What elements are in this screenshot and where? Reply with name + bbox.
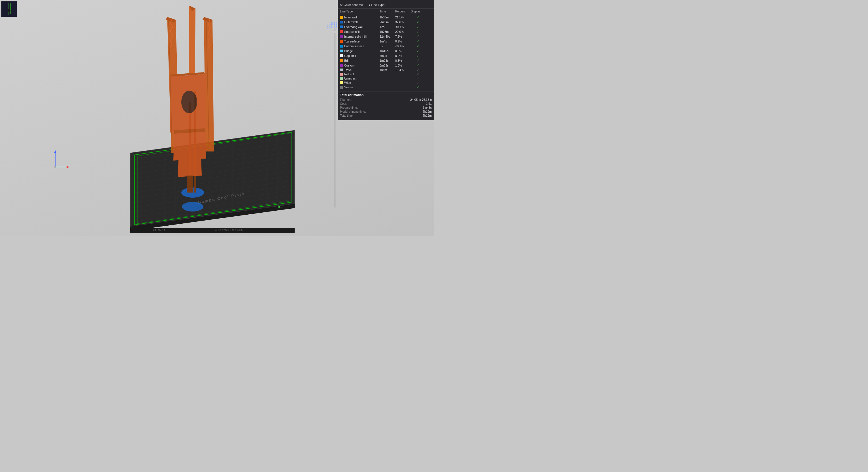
line-type-name: Unretract: [340, 77, 380, 80]
display-check-on[interactable]: ✓: [416, 59, 419, 63]
table-row[interactable]: Travel 1h8m 15.4% ✓: [339, 68, 433, 72]
line-pct: 21.1%: [395, 15, 411, 19]
svg-marker-65: [7, 3, 7, 13]
line-type-name: Top surface: [340, 40, 380, 43]
display-toggle[interactable]: ✓: [411, 59, 425, 63]
table-row[interactable]: Top surface 1m4s 0.2% ✓: [339, 39, 433, 43]
line-pct: 7.5%: [395, 35, 411, 38]
line-type-name: Retract: [340, 72, 380, 76]
display-check-on[interactable]: ✓: [416, 20, 419, 24]
table-row[interactable]: Bottom surface 5s <0.1% ✓: [339, 43, 433, 49]
table-row[interactable]: Overhang wall 12s <0.1% ✓: [339, 24, 433, 29]
line-time: 32m40s: [380, 35, 395, 38]
display-check-off[interactable]: ✓: [417, 77, 419, 80]
display-check-on[interactable]: ✓: [416, 49, 419, 53]
svg-marker-59: [54, 150, 56, 153]
color-scheme-toggle[interactable]: ⚙ Color scheme: [340, 3, 363, 7]
display-toggle[interactable]: ✓: [411, 30, 425, 34]
total-title: Total estimation: [340, 93, 432, 97]
color-swatch: [340, 45, 343, 48]
line-type-name: Outer wall: [340, 21, 380, 24]
display-toggle[interactable]: ✓: [411, 39, 425, 43]
table-row[interactable]: Seams ✓: [339, 85, 433, 90]
display-toggle[interactable]: ✓: [411, 35, 425, 38]
layer-slider[interactable]: [333, 28, 337, 208]
table-row[interactable]: Bridge 1m15s 0.3% ✓: [339, 49, 433, 53]
display-check-on[interactable]: ✓: [416, 63, 419, 67]
line-time: 1m4s: [380, 40, 395, 43]
display-check-on[interactable]: ✓: [416, 15, 419, 19]
display-check-on[interactable]: ✓: [416, 54, 419, 58]
line-type-label: Seams: [344, 86, 353, 89]
display-toggle[interactable]: ✓: [411, 20, 425, 24]
color-swatch: [340, 73, 343, 75]
table-row[interactable]: Inner wall 1h33m 21.1% ✓: [339, 15, 433, 20]
table-row[interactable]: Wipe ✓: [339, 81, 433, 85]
color-scheme-label: Color scheme: [344, 3, 363, 6]
line-type-label: Top surface: [344, 40, 360, 43]
display-toggle[interactable]: ✓: [411, 25, 425, 29]
color-swatch: [340, 64, 343, 67]
color-swatch: [340, 59, 343, 62]
display-toggle[interactable]: ✓: [411, 81, 425, 84]
scene-container: Bambu Cool Plate: [0, 0, 339, 236]
display-check-on[interactable]: ✓: [416, 35, 419, 38]
line-type-name: Travel: [340, 68, 380, 72]
table-row[interactable]: Sparse infill 1h28m 20.0% ✓: [339, 29, 433, 34]
line-type-name: Bottom surface: [340, 44, 380, 48]
display-toggle[interactable]: ✓: [411, 63, 425, 67]
display-toggle[interactable]: ✓: [411, 49, 425, 53]
display-toggle[interactable]: ✓: [411, 54, 425, 58]
table-header: Line Type Time Percent Display: [339, 9, 433, 14]
table-row[interactable]: Outer wall 2h23m 32.6% ✓: [339, 20, 433, 24]
display-toggle[interactable]: ✓: [411, 68, 425, 72]
display-toggle[interactable]: ✓: [411, 85, 425, 89]
display-toggle[interactable]: ✓: [411, 77, 425, 80]
display-check-off[interactable]: ✓: [417, 81, 419, 84]
display-toggle[interactable]: ✓: [411, 44, 425, 48]
color-swatch: [340, 50, 343, 52]
line-type-label: Bridge: [344, 49, 353, 53]
table-row[interactable]: Custom 6m53s 1.6% ✓: [339, 63, 433, 68]
display-check-on[interactable]: ✓: [416, 44, 419, 48]
display-check-on[interactable]: ✓: [416, 25, 419, 29]
line-type-name: Wipe: [340, 81, 380, 84]
line-type-name: Overhang wall: [340, 25, 380, 29]
cost-row: Cost: 1.91: [340, 102, 432, 105]
display-toggle[interactable]: ✓: [411, 15, 425, 19]
table-row[interactable]: Unretract ✓: [339, 76, 433, 81]
line-type-label: Wipe: [344, 81, 351, 84]
table-row[interactable]: Internal solid infill 32m40s 7.5% ✓: [339, 34, 433, 39]
thumbnail-preview[interactable]: [1, 1, 17, 17]
line-type-name: Seams: [340, 86, 380, 89]
display-toggle[interactable]: ✓: [411, 72, 425, 76]
right-panel: ⚙ Color scheme ▾ Line Type Line Type Tim…: [338, 0, 434, 120]
total-time-row: Total time: 7h19m: [340, 114, 432, 118]
display-check-on[interactable]: ✓: [416, 85, 419, 89]
display-check-on[interactable]: ✓: [416, 39, 419, 43]
color-swatch: [340, 81, 343, 84]
table-row[interactable]: Gap infill 4m2s 0.9% ✓: [339, 53, 433, 58]
line-pct: <0.1%: [395, 44, 411, 48]
line-type-label: Retract: [344, 72, 354, 76]
table-body: Inner wall 1h33m 21.1% ✓ Outer wall 2h23…: [339, 15, 433, 90]
line-type-label: Sparse infill: [344, 30, 360, 33]
slider-track[interactable]: [335, 28, 335, 208]
col-display: Display: [411, 10, 425, 13]
display-check-off[interactable]: ✓: [417, 68, 419, 72]
table-row[interactable]: Retract ✓: [339, 72, 433, 76]
prepare-row: Prepare time: 6m45s: [340, 105, 432, 109]
display-check-off[interactable]: ✓: [417, 72, 419, 76]
line-type-name: Bridge: [340, 49, 380, 53]
slider-thumb[interactable]: [334, 31, 337, 33]
line-type-name: Inner wall: [340, 15, 380, 19]
total-value: 7h19m: [423, 114, 432, 117]
line-type-toggle[interactable]: ▾ Line Type: [369, 3, 385, 6]
header-divider: [366, 3, 366, 7]
line-time: 1h33m: [380, 15, 395, 19]
line-type-label: Inner wall: [344, 15, 357, 19]
svg-point-36: [182, 202, 204, 212]
display-check-on[interactable]: ✓: [416, 30, 419, 34]
table-row[interactable]: Brim 1m23s 0.3% ✓: [339, 58, 433, 63]
cost-label: Cost:: [340, 102, 347, 105]
